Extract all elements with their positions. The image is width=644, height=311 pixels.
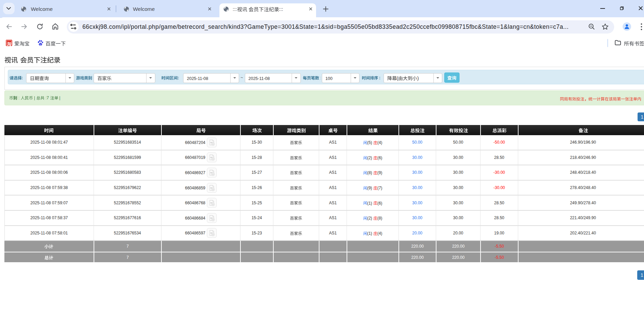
svg-text:du: du [39,43,41,45]
